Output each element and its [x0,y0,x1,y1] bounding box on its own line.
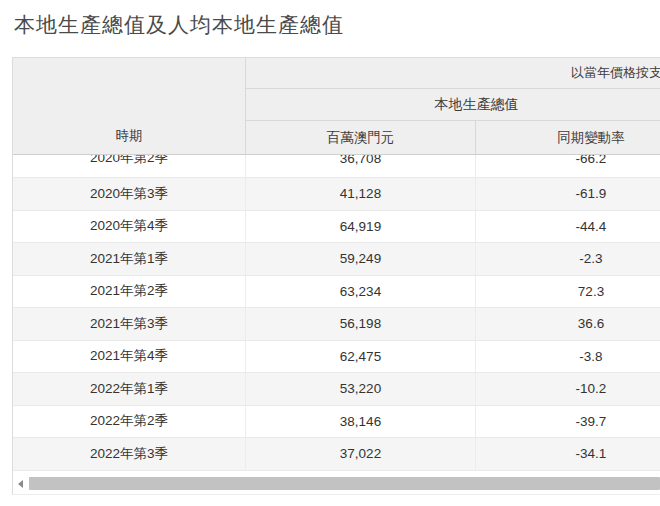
period-cell: 2021年第3季 [13,308,246,340]
page: 本地生產總值及人均本地生產總值 時期 以當年價格按支 本地生產總值 百萬澳門元 [0,0,660,506]
gdp-value-cell: 53,220 [246,373,476,405]
gdp-value-cell: 56,198 [246,308,476,340]
period-cell: 2021年第2季 [13,276,246,308]
yoy-change-cell: -34.1 [476,438,660,470]
gdp-value-cell: 62,475 [246,341,476,373]
table-row: 2020年第3季 41,128 -61.9 [13,178,660,211]
scroll-left-arrow-icon[interactable] [18,480,23,488]
gdp-value-cell: 36,708 [246,155,476,177]
gdp-value-cell: 59,249 [246,243,476,275]
gdp-value-cell: 38,146 [246,406,476,438]
yoy-change-cell: 36.6 [476,308,660,340]
gdp-value-cell: 64,919 [246,211,476,243]
yoy-change-cell: -3.8 [476,341,660,373]
header-right-group: 以當年價格按支 本地生產總值 百萬澳門元 同期變動率 [246,58,660,154]
table-row: 2020年第4季 64,919 -44.4 [13,211,660,244]
page-title: 本地生產總值及人均本地生產總值 [14,11,344,39]
table-row: 2020年第2季 36,708 -66.2 [13,155,660,178]
period-cell: 2022年第3季 [13,438,246,470]
period-cell: 2022年第2季 [13,406,246,438]
table-body: 2020年第2季 36,708 -66.2 2020年第3季 41,128 -6… [13,155,660,471]
period-cell: 2021年第4季 [13,341,246,373]
header-note-row: 以當年價格按支 [246,58,660,89]
table-header: 時期 以當年價格按支 本地生產總值 百萬澳門元 同期變動率 [13,58,660,155]
period-cell: 2021年第1季 [13,243,246,275]
yoy-change-cell: -66.2 [476,155,660,177]
gdp-group-label: 本地生產總值 [247,96,660,114]
gdp-value-cell: 41,128 [246,178,476,210]
yoy-change-cell: -61.9 [476,178,660,210]
period-header-label: 時期 [116,127,143,145]
table-row: 2022年第2季 38,146 -39.7 [13,406,660,439]
table-row: 2021年第2季 63,234 72.3 [13,276,660,309]
header-columns-row: 百萬澳門元 同期變動率 [246,121,660,154]
million-mop-label: 百萬澳門元 [327,129,395,147]
yoy-change-cell: -2.3 [476,243,660,275]
column-header-period: 時期 [13,58,246,154]
yoy-change-cell: -10.2 [476,373,660,405]
horizontal-scrollbar[interactable] [15,476,660,491]
period-cell: 2022年第1季 [13,373,246,405]
yoy-change-cell: 72.3 [476,276,660,308]
gdp-value-cell: 37,022 [246,438,476,470]
gdp-table: 時期 以當年價格按支 本地生產總值 百萬澳門元 同期變動率 [13,58,660,471]
scrollbar-thumb[interactable] [29,477,660,490]
gdp-value-cell: 63,234 [246,276,476,308]
table-row: 2022年第1季 53,220 -10.2 [13,373,660,406]
table-row: 2021年第3季 56,198 36.6 [13,308,660,341]
gdp-table-widget: 時期 以當年價格按支 本地生產總值 百萬澳門元 同期變動率 [12,57,660,495]
price-basis-note: 以當年價格按支 [246,64,660,82]
yoy-change-cell: -39.7 [476,406,660,438]
table-row: 2022年第3季 37,022 -34.1 [13,438,660,471]
column-header-million-mop: 百萬澳門元 [246,121,476,154]
column-header-yoy-change: 同期變動率 [476,121,660,154]
period-cell: 2020年第3季 [13,178,246,210]
table-row: 2021年第1季 59,249 -2.3 [13,243,660,276]
yoy-change-label: 同期變動率 [557,129,625,147]
yoy-change-cell: -44.4 [476,211,660,243]
period-cell: 2020年第2季 [13,155,246,177]
header-group-row: 本地生產總值 [246,89,660,122]
table-row: 2021年第4季 62,475 -3.8 [13,341,660,374]
period-cell: 2020年第4季 [13,211,246,243]
